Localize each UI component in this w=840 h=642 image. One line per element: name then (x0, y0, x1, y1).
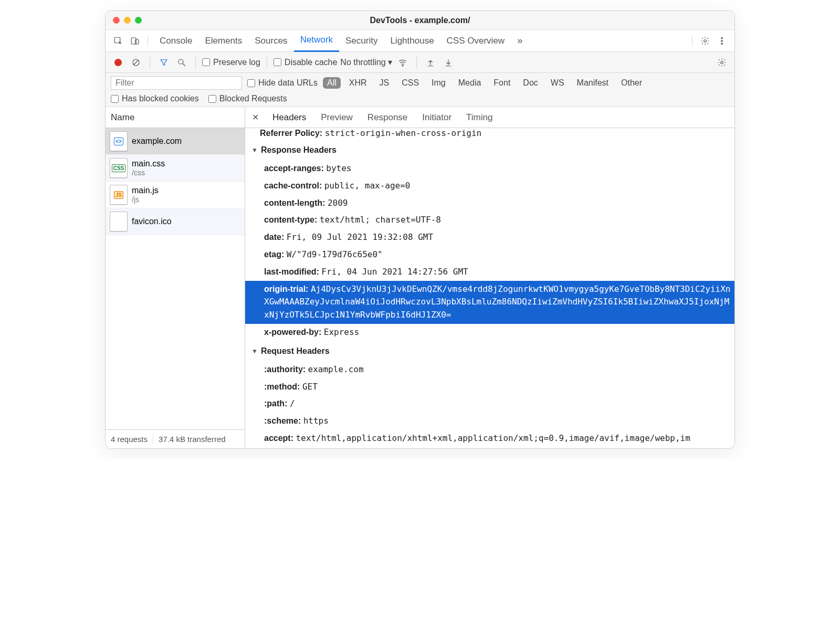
main-tabs: ConsoleElementsSourcesNetworkSecurityLig… (153, 30, 511, 52)
request-row[interactable]: CSSmain.css/css (106, 155, 245, 182)
header-value: text/html; charset=UTF-8 (320, 215, 441, 225)
type-filter-all[interactable]: All (323, 77, 341, 89)
request-header-row[interactable]: :method: GET (245, 378, 734, 396)
tab-lighthouse[interactable]: Lighthouse (384, 30, 440, 52)
detail-tab-response[interactable]: Response (360, 107, 415, 128)
request-row[interactable]: JSmain.js/js (106, 182, 245, 208)
tab-network[interactable]: Network (294, 30, 339, 52)
chevron-down-icon: ▾ (388, 57, 392, 67)
request-row[interactable]: favicon.ico (106, 208, 245, 235)
close-window-button[interactable] (113, 17, 120, 24)
preserve-log-checkbox[interactable]: Preserve log (202, 58, 260, 67)
request-list: <>example.comCSSmain.css/cssJSmain.js/js… (106, 128, 245, 429)
type-filter-img[interactable]: Img (427, 77, 450, 89)
header-key: :scheme: (264, 416, 301, 425)
maximize-window-button[interactable] (135, 17, 142, 24)
kebab-menu-icon[interactable] (715, 34, 729, 48)
type-filter-other[interactable]: Other (617, 77, 646, 89)
header-value: Fri, 09 Jul 2021 19:32:08 GMT (287, 232, 433, 242)
type-filter-doc[interactable]: Doc (519, 77, 542, 89)
minimize-window-button[interactable] (124, 17, 131, 24)
network-conditions-icon[interactable] (395, 55, 410, 70)
status-requests: 4 requests (106, 435, 153, 444)
request-header-row[interactable]: :path: / (245, 395, 734, 413)
type-filter-manifest[interactable]: Manifest (573, 77, 613, 89)
response-header-row[interactable]: etag: W/"7d9-179d76c65e0" (245, 246, 734, 264)
details-body[interactable]: Referrer Policy: strict-origin-when-cros… (245, 128, 734, 448)
request-path: /js (132, 195, 159, 204)
type-filter-xhr[interactable]: XHR (345, 77, 371, 89)
response-header-row[interactable]: date: Fri, 09 Jul 2021 19:32:08 GMT (245, 229, 734, 246)
tab-console[interactable]: Console (153, 30, 198, 52)
request-header-row[interactable]: :authority: example.com (245, 361, 734, 378)
clear-button[interactable] (129, 55, 143, 70)
blank-file-icon (110, 212, 128, 231)
window-title: DevTools - example.com/ (106, 16, 734, 25)
inspect-element-icon[interactable] (111, 34, 125, 48)
tab-security[interactable]: Security (339, 30, 384, 52)
settings-gear-icon[interactable] (698, 34, 712, 48)
network-toolbar: Preserve log Disable cache No throttling… (106, 52, 734, 73)
type-filter-js[interactable]: JS (375, 77, 394, 89)
has-blocked-cookies-label: Has blocked cookies (122, 94, 199, 103)
response-header-row[interactable]: accept-ranges: bytes (245, 160, 734, 177)
throttling-select[interactable]: No throttling ▾ (340, 57, 392, 67)
response-header-row[interactable]: origin-trial: Aj4DysCv3VjknU3jJvkDEwnQZK… (245, 281, 734, 324)
has-blocked-cookies-checkbox[interactable]: Has blocked cookies (111, 94, 199, 103)
divider (150, 57, 150, 68)
response-headers-toggle[interactable]: ▼ Response Headers (245, 140, 734, 160)
response-header-row[interactable]: content-type: text/html; charset=UTF-8 (245, 212, 734, 229)
svg-point-11 (402, 65, 403, 66)
request-name: main.js (132, 186, 159, 195)
panel-settings-gear-icon[interactable] (715, 55, 729, 70)
type-filter-ws[interactable]: WS (547, 77, 569, 89)
header-value: public, max-age=0 (324, 181, 411, 191)
disable-cache-checkbox[interactable]: Disable cache (274, 58, 338, 67)
type-filter-font[interactable]: Font (489, 77, 514, 89)
blocked-requests-checkbox[interactable]: Blocked Requests (208, 94, 287, 103)
request-name: main.css (132, 159, 165, 169)
header-key: last-modified: (264, 267, 319, 276)
download-har-icon[interactable] (441, 55, 456, 70)
close-details-button[interactable]: ✕ (247, 112, 263, 122)
request-header-row[interactable]: :scheme: https (245, 413, 734, 430)
detail-tab-initiator[interactable]: Initiator (415, 107, 459, 128)
hide-data-urls-checkbox[interactable]: Hide data URLs (247, 78, 318, 88)
type-filter-media[interactable]: Media (454, 77, 486, 89)
response-header-row[interactable]: last-modified: Fri, 04 Jun 2021 14:27:56… (245, 264, 734, 281)
tab-elements[interactable]: Elements (198, 30, 248, 52)
search-icon[interactable] (174, 55, 189, 70)
filter-input[interactable] (111, 76, 242, 90)
detail-tab-timing[interactable]: Timing (459, 107, 500, 128)
type-filter-css[interactable]: CSS (397, 77, 423, 89)
request-row[interactable]: <>example.com (106, 128, 245, 155)
tab-css-overview[interactable]: CSS Overview (440, 30, 511, 52)
response-header-row[interactable]: x-powered-by: Express (245, 324, 734, 341)
disable-cache-label: Disable cache (285, 58, 338, 67)
response-header-row[interactable]: content-length: 2009 (245, 195, 734, 212)
response-header-row[interactable]: cache-control: public, max-age=0 (245, 177, 734, 195)
divider (416, 57, 417, 68)
detail-tab-headers[interactable]: Headers (265, 107, 313, 128)
header-value: Fri, 04 Jun 2021 14:27:56 GMT (321, 267, 468, 277)
name-column-header[interactable]: Name (106, 107, 245, 128)
tab-sources[interactable]: Sources (248, 30, 293, 52)
throttling-label: No throttling (340, 58, 385, 67)
detail-tab-preview[interactable]: Preview (313, 107, 360, 128)
svg-line-8 (134, 60, 139, 65)
request-header-row[interactable]: accept: text/html,application/xhtml+xml,… (245, 430, 734, 447)
tabs-overflow-button[interactable]: » (513, 35, 527, 46)
status-bar: 4 requests 37.4 kB transferred (106, 429, 245, 448)
header-value: https (303, 416, 329, 426)
upload-har-icon[interactable] (423, 55, 438, 70)
request-headers-toggle[interactable]: ▼ Request Headers (245, 341, 734, 361)
header-key: origin-trial: (264, 285, 308, 293)
svg-point-6 (721, 43, 722, 44)
header-key: :method: (264, 382, 300, 391)
titlebar: DevTools - example.com/ (106, 11, 734, 30)
referrer-policy-value: strict-origin-when-cross-origin (325, 128, 482, 138)
device-toggle-icon[interactable] (128, 34, 142, 48)
filter-toggle-icon[interactable] (156, 55, 171, 70)
header-key: cache-control: (264, 181, 322, 190)
record-button[interactable] (111, 55, 125, 70)
